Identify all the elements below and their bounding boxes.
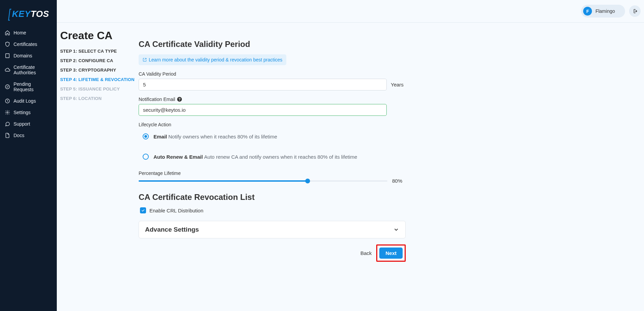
logout-button[interactable] [629,5,641,17]
validity-input[interactable] [139,79,387,90]
topbar: F Flamingo [57,0,644,23]
sidebar-item-label: Pending Requests [14,81,52,92]
highlight-frame: Next [376,244,406,262]
validity-unit-label: Years [391,82,406,87]
email-label: Notification Email ? [139,97,406,102]
sidebar-item-label: Docs [14,133,24,138]
wizard-step-3[interactable]: STEP 3: CRYPTOGRAPHY [60,68,139,73]
slider-thumb[interactable] [305,179,310,183]
wizard-step-2[interactable]: STEP 2: CONFIGURE CA [60,58,139,63]
slider-label: Percentage Lifetime [139,171,406,176]
next-button[interactable]: Next [379,248,403,259]
wizard-step-5: STEP 5: ISSUANCE POLICY [60,86,139,92]
validity-label: CA Validity Period [139,71,406,77]
crl-checkbox[interactable] [140,207,146,213]
crl-heading: CA Certificate Revocation List [139,192,406,202]
clock-icon [5,98,10,104]
home-icon [5,30,10,35]
cloud-icon [5,67,10,73]
sidebar-item-cas[interactable]: Certificate Authorities [0,61,57,78]
learn-more-label: Learn more about the validity period & r… [149,57,282,62]
sidebar-item-label: Support [14,121,30,127]
external-link-icon [143,58,147,62]
back-button[interactable]: Back [360,250,372,256]
radio-icon [143,133,149,139]
sidebar-item-label: Audit Logs [14,98,36,104]
file-icon [5,133,10,138]
radio-auto-desc: Auto renew CA and notify owners when it … [204,154,357,160]
radio-email-desc: Notify owners when it reaches 80% of its… [168,134,277,139]
main-column: F Flamingo Create CA STEP 1: SELECT CA T… [57,0,644,311]
crl-checkbox-label: Enable CRL Distribution [149,208,204,213]
sidebar-item-support[interactable]: Support [0,118,57,130]
form-column: CA Certificate Validity Period Learn mor… [139,26,406,262]
wizard-step-1[interactable]: STEP 1: SELECT CA TYPE [60,49,139,54]
brand-logo[interactable]: [KEYTOS [0,3,57,27]
advance-settings-title: Advance Settings [145,226,199,233]
sidebar-item-certificates[interactable]: Certificates [0,38,57,50]
sidebar-item-domains[interactable]: Domains [0,50,57,61]
radio-auto-title: Auto Renew & Email [153,154,203,160]
sidebar: [KEYTOS Home Certificates Domains Certif… [0,0,57,311]
form-actions: Back Next [139,244,406,262]
chat-icon [5,121,10,127]
chevron-down-icon [393,227,399,233]
sidebar-item-pending[interactable]: Pending Requests [0,78,57,95]
learn-more-link[interactable]: Learn more about the validity period & r… [139,54,286,65]
avatar: F [583,7,592,16]
sidebar-item-label: Certificate Authorities [14,64,52,75]
slider-value-label: 80% [392,178,406,184]
sidebar-item-docs[interactable]: Docs [0,130,57,141]
brand-key: KEY [12,9,31,19]
user-menu[interactable]: F Flamingo [581,5,625,18]
brand-tos: TOS [31,9,49,19]
help-icon[interactable]: ? [177,97,182,102]
check-icon [141,208,145,212]
radio-icon [143,154,149,160]
lifecycle-radio-email[interactable]: EmailNotify owners when it reaches 80% o… [139,129,406,144]
logout-icon [632,8,638,14]
shield-icon [5,42,10,47]
sidebar-item-home[interactable]: Home [0,27,57,38]
domains-icon [5,53,10,58]
sidebar-item-label: Home [14,30,26,35]
lifecycle-radio-group: EmailNotify owners when it reaches 80% o… [139,129,406,164]
wizard-step-4[interactable]: STEP 4: LIFETIME & REVOCATION [60,77,139,82]
sidebar-item-settings[interactable]: Settings [0,107,57,118]
notification-email-input[interactable] [139,104,387,116]
wizard-step-6: STEP 6: LOCATION [60,96,139,101]
lifecycle-radio-auto[interactable]: Auto Renew & EmailAuto renew CA and noti… [139,150,406,164]
svg-rect-0 [6,54,9,58]
svg-point-4 [7,112,8,113]
validity-heading: CA Certificate Validity Period [139,40,406,49]
sidebar-item-label: Settings [14,110,31,115]
wizard-steps-column: Create CA STEP 1: SELECT CA TYPE STEP 2:… [60,26,139,262]
avatar-initial: F [586,9,589,14]
user-name-label: Flamingo [595,8,615,14]
lifecycle-label: Lifecycle Action [139,122,406,127]
gear-icon [5,110,10,115]
percentage-lifetime-slider[interactable] [139,180,387,182]
sidebar-nav: Home Certificates Domains Certificate Au… [0,27,57,141]
sidebar-item-audit[interactable]: Audit Logs [0,95,57,107]
email-label-text: Notification Email [139,97,175,102]
page-title: Create CA [60,26,139,49]
sidebar-item-label: Domains [14,53,32,58]
advance-settings-accordion[interactable]: Advance Settings [139,221,406,238]
check-circle-icon [5,84,10,89]
sidebar-item-label: Certificates [14,42,37,47]
radio-email-title: Email [153,134,167,139]
